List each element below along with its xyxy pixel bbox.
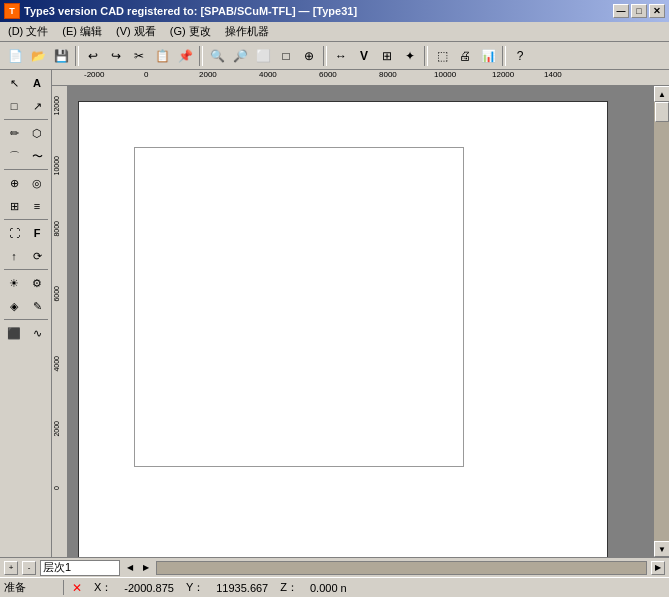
zoom-all-button[interactable]: □ — [275, 45, 297, 67]
help-button[interactable]: ? — [509, 45, 531, 67]
edit-tool[interactable]: ✎ — [26, 295, 48, 317]
status-coords: ✕ X： -2000.875 Y： 11935.667 Z： 0.000 n — [72, 580, 347, 595]
scroll-down-button[interactable]: ▼ — [654, 541, 669, 557]
canvas-wrapper: -2000 0 2000 4000 6000 8000 10000 12000 … — [52, 70, 669, 557]
left-sep-5 — [4, 319, 48, 320]
menu-view[interactable]: (V) 观看 — [110, 23, 162, 40]
save-button[interactable]: 💾 — [50, 45, 72, 67]
dim-tool[interactable]: ⛶ — [3, 222, 25, 244]
paste-button[interactable]: 📌 — [174, 45, 196, 67]
copy-button[interactable]: 📋 — [151, 45, 173, 67]
draw-tool[interactable]: ✏ — [3, 122, 25, 144]
layer-next-button[interactable]: - — [22, 561, 36, 575]
scroll-h-right-button[interactable]: ▶ — [651, 561, 665, 575]
main-area: ↖ A □ ↗ ✏ ⬡ ⌒ 〜 ⊕ ◎ ⊞ ≡ ⛶ F ↑ — [0, 70, 669, 557]
circle-tool[interactable]: ⊕ — [3, 172, 25, 194]
new-button[interactable]: 📄 — [4, 45, 26, 67]
right-scrollbar: ▲ ▼ — [653, 86, 669, 557]
ruler-vtick: 10000 — [53, 156, 60, 175]
ruler-vtick: 0 — [53, 486, 60, 490]
canvas-body: 12000 10000 8000 6000 4000 2000 0 ▲ — [52, 86, 669, 557]
ruler-vtick: 8000 — [53, 221, 60, 237]
fill-tool[interactable]: ⬛ — [3, 322, 25, 344]
scroll-up-button[interactable]: ▲ — [654, 86, 669, 102]
title-bar-buttons: — □ ✕ — [613, 4, 665, 18]
maximize-button[interactable]: □ — [631, 4, 647, 18]
title-bar: T Type3 version CAD registered to: [SPAB… — [0, 0, 669, 22]
left-toolbar: ↖ A □ ↗ ✏ ⬡ ⌒ 〜 ⊕ ◎ ⊞ ≡ ⛶ F ↑ — [0, 70, 52, 557]
minimize-button[interactable]: — — [613, 4, 629, 18]
export-button[interactable]: ⬚ — [431, 45, 453, 67]
zoom-in-button[interactable]: 🔍 — [206, 45, 228, 67]
ellipse-tool[interactable]: ◎ — [26, 172, 48, 194]
verify-button[interactable]: V — [353, 45, 375, 67]
ruler-tick: 1400 — [544, 70, 562, 79]
scroll-track-v[interactable] — [654, 102, 669, 541]
drawing-canvas[interactable] — [68, 86, 653, 557]
redo-button[interactable]: ↪ — [105, 45, 127, 67]
scroll-left-button[interactable]: ◀ — [124, 561, 136, 575]
menu-change[interactable]: (G) 更改 — [164, 23, 217, 40]
menu-machine[interactable]: 操作机器 — [219, 23, 275, 40]
settings-tool[interactable]: ⚙ — [26, 272, 48, 294]
font-tool[interactable]: F — [26, 222, 48, 244]
rotate-tool[interactable]: ⟳ — [26, 245, 48, 267]
zoom-prev-button[interactable]: ⊕ — [298, 45, 320, 67]
left-row-9: ☀ ⚙ — [3, 272, 48, 294]
cut-button[interactable]: ✂ — [128, 45, 150, 67]
arc-tool[interactable]: ⌒ — [3, 145, 25, 167]
print-button[interactable]: 🖨 — [454, 45, 476, 67]
left-row-11: ⬛ ∿ — [3, 322, 48, 344]
ruler-vtick: 4000 — [53, 356, 60, 372]
open-button[interactable]: 📂 — [27, 45, 49, 67]
z-label: Z： — [280, 580, 298, 595]
scroll-thumb-v[interactable] — [655, 102, 669, 122]
ruler-top: -2000 0 2000 4000 6000 8000 10000 12000 … — [52, 70, 669, 86]
drawing-area — [78, 101, 608, 557]
z-value: 0.000 n — [310, 582, 347, 594]
hatch-tool[interactable]: ⊞ — [3, 195, 25, 217]
select-tool[interactable]: ↖ — [3, 72, 25, 94]
left-row-1: ↖ A — [3, 72, 48, 94]
arrow-tool[interactable]: ↗ — [26, 95, 48, 117]
menu-bar: (D) 文件 (E) 编辑 (V) 观看 (G) 更改 操作机器 — [0, 22, 669, 42]
report-button[interactable]: 📊 — [477, 45, 499, 67]
ruler-vtick: 2000 — [53, 421, 60, 437]
point-tool[interactable]: ◈ — [3, 295, 25, 317]
spline-tool[interactable]: 〜 — [26, 145, 48, 167]
scroll-track-h[interactable] — [156, 561, 647, 575]
text-tool[interactable]: A — [26, 72, 48, 94]
scroll-right-button[interactable]: ▶ — [140, 561, 152, 575]
measure-button[interactable]: ↔ — [330, 45, 352, 67]
polygon-tool[interactable]: ⬡ — [26, 122, 48, 144]
undo-button[interactable]: ↩ — [82, 45, 104, 67]
snap-button[interactable]: ✦ — [399, 45, 421, 67]
status-ready: 准备 — [4, 580, 64, 595]
left-sep-3 — [4, 219, 48, 220]
menu-edit[interactable]: (E) 编辑 — [56, 23, 108, 40]
x-value: -2000.875 — [124, 582, 174, 594]
y-label: Y： — [186, 580, 204, 595]
zoom-box-button[interactable]: ⬜ — [252, 45, 274, 67]
rect-tool[interactable]: □ — [3, 95, 25, 117]
left-row-2: □ ↗ — [3, 95, 48, 117]
left-row-10: ◈ ✎ — [3, 295, 48, 317]
move-tool[interactable]: ↑ — [3, 245, 25, 267]
left-row-7: ⛶ F — [3, 222, 48, 244]
layer-prev-button[interactable]: + — [4, 561, 18, 575]
inner-box — [134, 147, 464, 467]
grid-button[interactable]: ⊞ — [376, 45, 398, 67]
menu-file[interactable]: (D) 文件 — [2, 23, 54, 40]
x-label: X： — [94, 580, 112, 595]
zoom-out-button[interactable]: 🔎 — [229, 45, 251, 67]
ruler-vtick: 12000 — [53, 96, 60, 115]
left-sep-2 — [4, 169, 48, 170]
toolbar-sep-5 — [502, 46, 506, 66]
sun-tool[interactable]: ☀ — [3, 272, 25, 294]
toolbar: 📄 📂 💾 ↩ ↪ ✂ 📋 📌 🔍 🔎 ⬜ □ ⊕ ↔ V ⊞ ✦ ⬚ 🖨 📊 … — [0, 42, 669, 70]
ruler-tick: 10000 — [434, 70, 456, 79]
pattern-tool[interactable]: ≡ — [26, 195, 48, 217]
close-button[interactable]: ✕ — [649, 4, 665, 18]
toolbar-sep-1 — [75, 46, 79, 66]
wave-tool[interactable]: ∿ — [26, 322, 48, 344]
